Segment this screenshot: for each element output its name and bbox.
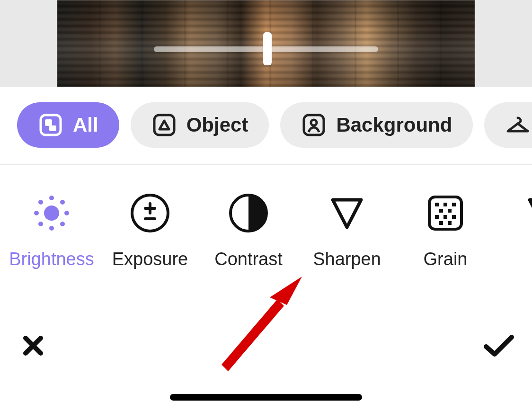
exposure-icon (129, 192, 171, 234)
tool-contrast-label: Contrast (214, 249, 283, 269)
tool-sharpen[interactable]: Sharpen (302, 192, 392, 269)
action-bar (0, 333, 532, 360)
contrast-icon (228, 192, 269, 234)
tab-background[interactable]: Background (280, 102, 473, 148)
svg-rect-21 (435, 203, 439, 206)
tool-fi[interactable]: Fi (499, 192, 532, 269)
svg-point-11 (38, 200, 43, 205)
tab-background-label: Background (336, 114, 452, 136)
svg-rect-25 (448, 209, 452, 213)
svg-point-9 (34, 211, 39, 215)
annotation-arrow (209, 265, 332, 388)
image-preview (0, 0, 532, 87)
tab-object[interactable]: Object (131, 102, 269, 148)
svg-rect-22 (443, 203, 447, 206)
svg-point-13 (38, 222, 43, 226)
svg-rect-24 (439, 209, 443, 213)
svg-rect-26 (435, 215, 439, 219)
tool-exposure[interactable]: Exposure (105, 192, 195, 269)
close-icon (21, 333, 45, 360)
svg-point-6 (44, 206, 59, 221)
svg-marker-34 (270, 277, 302, 305)
svg-rect-27 (443, 215, 447, 219)
tool-brightness[interactable]: Brightness (7, 192, 97, 269)
cancel-button[interactable] (20, 333, 46, 360)
svg-rect-28 (452, 215, 456, 219)
svg-point-8 (49, 226, 54, 231)
tool-contrast[interactable]: Contrast (204, 192, 293, 269)
svg-rect-3 (154, 115, 174, 135)
svg-point-5 (311, 120, 317, 125)
object-icon (151, 112, 177, 138)
tool-sharpen-label: Sharpen (313, 249, 381, 269)
svg-rect-1 (45, 119, 52, 126)
sharpen-icon (326, 192, 368, 234)
adjust-slider-thumb[interactable] (263, 32, 272, 65)
tool-grain-label: Grain (424, 249, 468, 269)
hanger-icon (505, 112, 531, 138)
tab-clothes[interactable]: Cl (484, 102, 532, 148)
svg-rect-20 (429, 197, 461, 229)
check-icon (482, 333, 515, 360)
svg-rect-23 (452, 203, 456, 206)
svg-point-7 (49, 196, 54, 200)
tool-exposure-label: Exposure (112, 249, 188, 269)
adjust-tools: Brightness Exposure Contrast Sha (0, 165, 532, 269)
home-indicator (170, 394, 362, 401)
target-tabs: All Object Background Cl (0, 87, 532, 165)
tool-brightness-label: Brightness (9, 249, 94, 269)
tab-all-label: All (73, 114, 98, 136)
tab-all[interactable]: All (17, 102, 119, 148)
grain-icon (425, 192, 466, 234)
tab-object-label: Object (186, 114, 248, 136)
all-icon (38, 112, 63, 138)
svg-rect-2 (49, 125, 56, 131)
brightness-icon (31, 192, 72, 234)
tool-grain[interactable]: Grain (400, 192, 490, 269)
svg-rect-29 (439, 221, 443, 225)
svg-point-12 (60, 200, 65, 205)
triangle-icon (523, 192, 532, 234)
confirm-button[interactable] (486, 333, 512, 360)
svg-rect-30 (448, 221, 452, 225)
svg-point-10 (64, 211, 69, 215)
svg-point-14 (60, 222, 65, 226)
background-icon (301, 112, 327, 138)
